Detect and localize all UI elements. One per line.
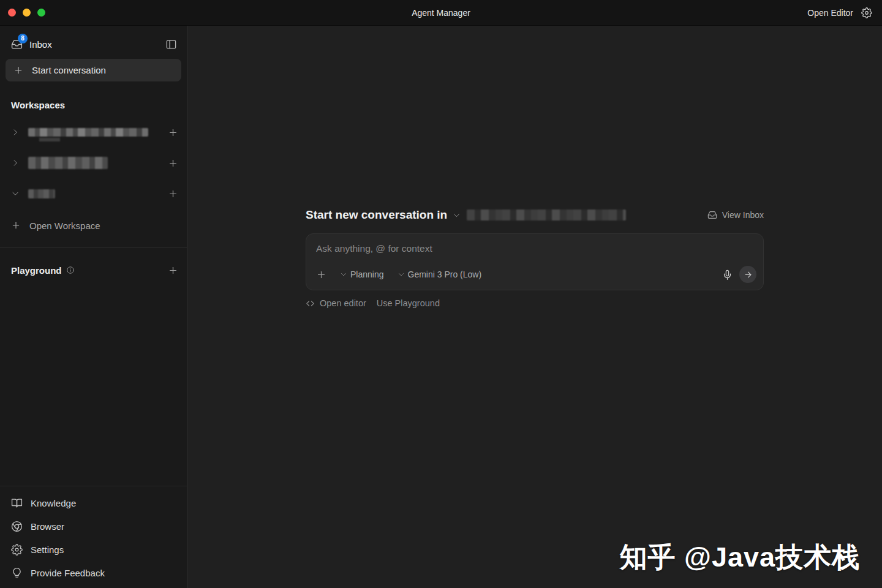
sidebar-footer: Knowledge Browser Settings Provide Feedb… — [0, 486, 187, 588]
chevron-down-icon[interactable] — [11, 189, 20, 198]
workspace-row[interactable] — [11, 185, 178, 202]
workspace-row[interactable] — [11, 154, 178, 172]
sidebar-item-inbox[interactable]: 8 Inbox — [11, 39, 52, 50]
playground-label: Playground — [11, 265, 62, 276]
mode-selector[interactable]: Planning — [340, 270, 384, 279]
sidebar: 8 Inbox Start conversation Workspaces — [0, 26, 187, 588]
traffic-lights — [0, 9, 45, 17]
plus-icon — [13, 66, 23, 75]
workspace-row[interactable] — [11, 124, 178, 141]
add-conversation-icon[interactable] — [168, 127, 178, 138]
view-inbox-label: View Inbox — [722, 210, 764, 220]
book-open-icon — [11, 497, 23, 509]
sidebar-item-browser[interactable]: Browser — [0, 514, 187, 538]
start-conversation-label: Start conversation — [32, 65, 106, 75]
page-title: Start new conversation in — [306, 208, 447, 222]
toggle-sidebar-icon[interactable] — [165, 39, 177, 50]
microphone-icon[interactable] — [722, 270, 733, 280]
close-window-button[interactable] — [8, 9, 16, 17]
model-selector[interactable]: Gemini 3 Pro (Low) — [398, 270, 482, 279]
send-button[interactable] — [739, 266, 756, 283]
workspace-name-redacted — [28, 189, 55, 198]
divider — [0, 247, 187, 248]
open-editor-button[interactable]: Open Editor — [807, 8, 853, 18]
footer-item-label: Settings — [31, 545, 64, 555]
chevron-down-icon[interactable] — [453, 211, 461, 219]
composer[interactable]: Planning Gemini 3 Pro (Low) — [306, 233, 764, 290]
add-conversation-icon[interactable] — [168, 189, 178, 199]
sidebar-item-knowledge[interactable]: Knowledge — [0, 491, 187, 514]
plus-icon — [11, 221, 21, 230]
footer-item-label: Provide Feedback — [31, 568, 105, 578]
titlebar: Agent Manager Open Editor — [0, 0, 882, 26]
workspaces-heading: Workspaces — [11, 100, 187, 110]
browser-icon — [11, 521, 23, 532]
chevron-down-icon — [340, 271, 347, 278]
watermark: 知乎 @Java技术栈 — [620, 539, 861, 576]
playground-section[interactable]: Playground — [11, 262, 178, 279]
use-playground-link[interactable]: Use Playground — [377, 298, 440, 308]
start-conversation-button[interactable]: Start conversation — [6, 59, 181, 81]
inbox-unread-badge: 8 — [18, 34, 28, 43]
add-conversation-icon[interactable] — [168, 158, 178, 168]
open-editor-link[interactable]: Open editor — [306, 298, 366, 308]
info-icon[interactable] — [66, 266, 75, 274]
gear-icon — [11, 544, 23, 556]
mode-label: Planning — [350, 270, 384, 279]
inbox-icon — [707, 210, 717, 220]
chevron-down-icon — [398, 271, 405, 278]
code-icon — [306, 299, 315, 308]
zoom-window-button[interactable] — [37, 9, 45, 17]
sidebar-item-provide-feedback[interactable]: Provide Feedback — [0, 561, 187, 584]
lightbulb-icon — [11, 567, 23, 579]
footer-item-label: Knowledge — [31, 498, 76, 508]
target-workspace-name-redacted[interactable] — [467, 209, 626, 221]
view-inbox-button[interactable]: View Inbox — [707, 210, 764, 220]
add-context-icon[interactable] — [316, 270, 326, 280]
settings-gear-icon[interactable] — [861, 7, 872, 18]
inbox-label: Inbox — [29, 39, 52, 50]
chevron-right-icon[interactable] — [11, 128, 20, 137]
add-playground-icon[interactable] — [168, 265, 178, 276]
footer-item-label: Browser — [31, 521, 64, 532]
chevron-right-icon[interactable] — [11, 159, 20, 167]
open-workspace-label: Open Workspace — [29, 221, 100, 231]
workspace-name-redacted — [28, 157, 108, 169]
workspace-name-redacted — [28, 128, 148, 137]
sidebar-item-settings[interactable]: Settings — [0, 538, 187, 561]
main-area: Start new conversation in View Inbox — [187, 26, 882, 588]
model-label: Gemini 3 Pro (Low) — [408, 270, 482, 279]
open-editor-link-label: Open editor — [320, 298, 366, 308]
window-title: Agent Manager — [0, 8, 882, 18]
use-playground-link-label: Use Playground — [377, 298, 440, 308]
prompt-input[interactable] — [316, 243, 753, 254]
minimize-window-button[interactable] — [23, 9, 31, 17]
open-workspace-button[interactable]: Open Workspace — [11, 217, 178, 234]
arrow-right-icon — [744, 270, 753, 279]
